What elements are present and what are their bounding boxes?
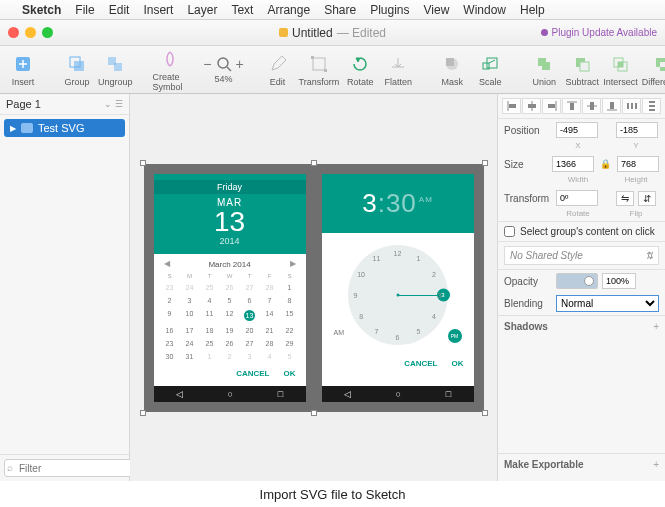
group-tool[interactable]: Group	[60, 53, 94, 87]
select-contents-checkbox[interactable]	[504, 226, 515, 237]
opacity-value-input[interactable]	[602, 273, 636, 289]
svg-rect-27	[528, 104, 536, 108]
magnifier-icon	[216, 56, 232, 72]
rotate-tool[interactable]: Rotate	[343, 53, 377, 87]
svg-point-5	[218, 58, 228, 68]
pages-dropdown[interactable]: Page 1⌄ ☰	[0, 94, 129, 115]
intersect-tool[interactable]: Intersect	[603, 53, 638, 87]
timepicker-mockup: 3:30AM 3 121234567891011 AM PM CANCEL O	[322, 174, 474, 402]
flatten-tool[interactable]: Flatten	[381, 53, 415, 87]
toolbar: Insert Group Ungroup Create Symbol − + 5…	[0, 46, 665, 94]
zoom-window-button[interactable]	[42, 27, 53, 38]
menu-insert[interactable]: Insert	[143, 3, 173, 17]
subtract-tool[interactable]: Subtract	[565, 53, 599, 87]
mask-tool[interactable]: Mask	[435, 53, 469, 87]
menu-arrange[interactable]: Arrange	[267, 3, 310, 17]
menu-edit[interactable]: Edit	[109, 3, 130, 17]
clock-center-dot	[396, 293, 399, 296]
layer-row-selected[interactable]: ▶ Test SVG	[4, 119, 125, 137]
svg-rect-2	[74, 61, 84, 71]
selection-handle[interactable]	[140, 160, 146, 166]
svg-rect-21	[660, 62, 665, 67]
union-tool[interactable]: Union	[527, 53, 561, 87]
insert-tool[interactable]: Insert	[6, 53, 40, 87]
plugin-update-badge[interactable]: Plugin Update Available	[541, 27, 657, 38]
layer-name: Test SVG	[38, 122, 84, 134]
recents-icon: □	[446, 389, 451, 399]
filter-bar: ⌕ ◧ 0	[0, 454, 129, 481]
opacity-label: Opacity	[504, 276, 552, 287]
align-top-button[interactable]	[562, 98, 581, 114]
transform-tool[interactable]: Transform	[299, 53, 340, 87]
flip-v-button[interactable]: ⇵	[638, 191, 656, 206]
position-y-input[interactable]	[616, 122, 658, 138]
selection-handle[interactable]	[311, 410, 317, 416]
clock-time: 3:30AM	[322, 188, 474, 219]
minimize-window-button[interactable]	[25, 27, 36, 38]
add-shadow-icon[interactable]: +	[653, 321, 659, 332]
add-export-icon[interactable]: +	[653, 459, 659, 470]
zoom-level[interactable]: 54%	[215, 74, 233, 84]
blending-select[interactable]: Normal	[556, 295, 659, 312]
menu-share[interactable]: Share	[324, 3, 356, 17]
close-window-button[interactable]	[8, 27, 19, 38]
edit-tool[interactable]: Edit	[261, 53, 295, 87]
shared-style-dropdown[interactable]: No Shared Style⇅	[504, 246, 659, 265]
align-controls	[498, 94, 665, 119]
document-edited-label: — Edited	[337, 26, 386, 40]
selection-handle[interactable]	[140, 410, 146, 416]
menu-app[interactable]: Sketch	[22, 3, 61, 17]
flip-h-button[interactable]: ⇋	[616, 191, 634, 206]
pm-label: PM	[448, 329, 462, 343]
zoom-out-button[interactable]: −	[203, 56, 211, 72]
align-vcenter-button[interactable]	[582, 98, 601, 114]
menu-file[interactable]: File	[75, 3, 94, 17]
svg-line-6	[227, 67, 231, 71]
back-icon: ◁	[344, 389, 351, 399]
window-controls	[8, 27, 53, 38]
selection-handle[interactable]	[482, 160, 488, 166]
selection-handle[interactable]	[482, 410, 488, 416]
difference-tool[interactable]: Difference	[642, 53, 665, 87]
canvas[interactable]: Friday MAR 13 2014 ◀ March 2014 ▶ SMTWTF…	[130, 94, 497, 481]
document-title: Untitled — Edited	[279, 26, 386, 40]
menu-plugins[interactable]: Plugins	[370, 3, 409, 17]
disclosure-triangle-icon[interactable]: ▶	[10, 124, 16, 133]
distribute-h-button[interactable]	[622, 98, 641, 114]
position-x-input[interactable]	[556, 122, 598, 138]
distribute-v-button[interactable]	[642, 98, 661, 114]
align-hcenter-button[interactable]	[522, 98, 541, 114]
width-input[interactable]	[552, 156, 594, 172]
opacity-slider[interactable]	[556, 273, 598, 289]
menu-layer[interactable]: Layer	[187, 3, 217, 17]
svg-rect-38	[635, 103, 637, 109]
align-right-button[interactable]	[542, 98, 561, 114]
clock-cancel: CANCEL	[404, 359, 437, 368]
menu-view[interactable]: View	[424, 3, 450, 17]
back-icon: ◁	[176, 389, 183, 399]
window-titlebar: Untitled — Edited Plugin Update Availabl…	[0, 20, 665, 46]
zoom-in-button[interactable]: +	[236, 56, 244, 72]
rotate-input[interactable]	[556, 190, 598, 206]
make-exportable-section[interactable]: Make Exportable+	[498, 453, 665, 475]
clock-ok: OK	[452, 359, 464, 368]
scale-tool[interactable]: Scale	[473, 53, 507, 87]
menu-text[interactable]: Text	[231, 3, 253, 17]
align-left-button[interactable]	[502, 98, 521, 114]
ungroup-tool[interactable]: Ungroup	[98, 53, 133, 87]
shadows-section[interactable]: Shadows+	[498, 315, 665, 337]
create-symbol-tool[interactable]: Create Symbol	[153, 48, 187, 92]
menu-window[interactable]: Window	[463, 3, 506, 17]
svg-rect-36	[627, 103, 629, 109]
align-bottom-button[interactable]	[602, 98, 621, 114]
blending-label: Blending	[504, 298, 552, 309]
android-navbar: ◁○□	[322, 386, 474, 402]
am-label: AM	[334, 329, 345, 343]
selected-group[interactable]: Friday MAR 13 2014 ◀ March 2014 ▶ SMTWTF…	[144, 164, 484, 412]
height-input[interactable]	[617, 156, 659, 172]
svg-rect-7	[313, 58, 325, 70]
selection-handle[interactable]	[311, 160, 317, 166]
lock-aspect-icon[interactable]: 🔒	[598, 159, 613, 169]
recents-icon: □	[278, 389, 283, 399]
menu-help[interactable]: Help	[520, 3, 545, 17]
